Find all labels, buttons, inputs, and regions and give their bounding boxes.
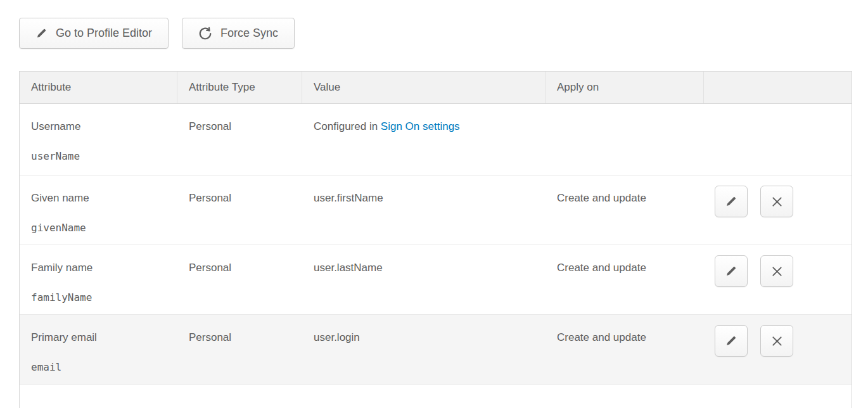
apply-on-cell: Create and update: [546, 245, 704, 314]
column-header-apply-on: Apply on: [546, 72, 704, 103]
go-to-profile-editor-label: Go to Profile Editor: [56, 27, 152, 40]
actions-cell: [704, 315, 852, 384]
attribute-type-cell: Personal: [177, 245, 302, 314]
pencil-icon: [35, 27, 48, 39]
attribute-type-cell: Personal: [177, 104, 302, 175]
apply-on-cell: Create and update: [546, 175, 704, 245]
actions-cell: [704, 104, 852, 175]
column-header-value: Value: [302, 72, 546, 103]
table-header-row: Attribute Attribute Type Value Apply on: [20, 72, 852, 104]
attribute-cell: Primary email email: [20, 315, 177, 384]
edit-attribute-button[interactable]: [715, 186, 748, 217]
actions-cell: [704, 245, 852, 314]
refresh-icon: [198, 27, 212, 41]
force-sync-button[interactable]: Force Sync: [182, 18, 295, 49]
force-sync-label: Force Sync: [220, 27, 278, 40]
attribute-label: Given name: [31, 192, 166, 205]
attribute-label: Primary email: [31, 331, 166, 344]
attribute-variable-name: email: [31, 361, 166, 373]
attribute-cell: Given name givenName: [20, 175, 177, 245]
column-header-attribute-type: Attribute Type: [177, 72, 302, 103]
attribute-variable-name: userName: [31, 150, 166, 162]
toolbar: Go to Profile Editor Force Sync: [19, 18, 295, 49]
attribute-cell: Username userName: [20, 104, 177, 175]
value-cell: user.firstName: [302, 175, 546, 245]
close-icon: [771, 196, 783, 208]
attribute-cell: Family name familyName: [20, 245, 177, 314]
table-row-partial: [20, 385, 852, 408]
attribute-mappings-table: Attribute Attribute Type Value Apply on …: [19, 71, 852, 408]
table-row: Username userName Personal Configured in…: [20, 104, 852, 175]
edit-attribute-button[interactable]: [715, 255, 748, 287]
attribute-type-cell: Personal: [177, 315, 302, 384]
table-row: Family name familyName Personal user.las…: [20, 245, 852, 315]
column-header-attribute: Attribute: [20, 72, 177, 103]
table-row: Primary email email Personal user.login …: [20, 315, 852, 385]
close-icon: [771, 265, 783, 277]
table-row: Given name givenName Personal user.first…: [20, 175, 852, 245]
attribute-label: Family name: [31, 262, 166, 274]
value-cell: user.login: [302, 315, 546, 384]
value-cell: Configured in Sign On settings: [302, 104, 546, 175]
pencil-icon: [725, 265, 737, 277]
attribute-variable-name: givenName: [31, 222, 166, 234]
value-text: Configured in: [314, 120, 381, 132]
remove-attribute-button[interactable]: [760, 325, 793, 357]
go-to-profile-editor-button[interactable]: Go to Profile Editor: [19, 18, 169, 49]
remove-attribute-button[interactable]: [760, 186, 793, 217]
edit-attribute-button[interactable]: [715, 325, 748, 357]
sign-on-settings-link[interactable]: Sign On settings: [381, 120, 460, 132]
attribute-label: Username: [31, 120, 166, 133]
pencil-icon: [725, 195, 737, 208]
attribute-type-cell: Personal: [177, 175, 302, 245]
column-header-actions: [704, 72, 852, 103]
apply-on-cell: Create and update: [546, 315, 704, 384]
remove-attribute-button[interactable]: [760, 255, 793, 287]
pencil-icon: [725, 335, 737, 347]
value-cell: user.lastName: [302, 245, 546, 314]
close-icon: [771, 335, 783, 347]
actions-cell: [704, 175, 852, 245]
apply-on-cell: [546, 104, 704, 175]
attribute-variable-name: familyName: [31, 291, 166, 303]
